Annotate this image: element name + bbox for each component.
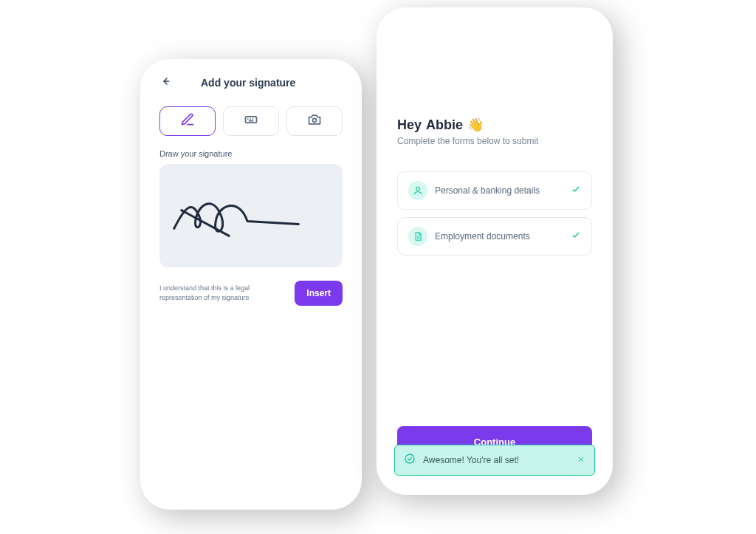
- check-icon: [571, 230, 581, 243]
- tab-camera[interactable]: [286, 106, 343, 136]
- form-item-personal[interactable]: Personal & banking details: [397, 171, 592, 210]
- toast-text: Awesome! You're all set!: [423, 455, 569, 465]
- greeting-prefix: Hey: [397, 117, 422, 133]
- document-icon: [408, 227, 427, 246]
- signature-canvas[interactable]: [159, 164, 343, 267]
- success-toast: Awesome! You're all set!: [394, 445, 595, 476]
- insert-row: I understand that this is a legal repres…: [159, 281, 343, 306]
- form-item-employment[interactable]: Employment documents: [397, 217, 592, 256]
- form-item-label: Personal & banking details: [435, 185, 563, 196]
- svg-point-1: [313, 118, 317, 122]
- back-arrow-icon[interactable]: [159, 75, 171, 90]
- svg-point-3: [405, 454, 414, 463]
- camera-icon: [307, 112, 322, 130]
- form-list: Personal & banking details Employment do…: [397, 171, 592, 256]
- tab-type[interactable]: [223, 106, 279, 136]
- success-check-icon: [404, 453, 416, 468]
- signature-header: Add your signature: [159, 75, 343, 90]
- pencil-icon: [180, 112, 195, 130]
- page-title: Add your signature: [201, 77, 295, 89]
- tab-draw[interactable]: [159, 106, 216, 136]
- form-item-label: Employment documents: [435, 231, 563, 242]
- legal-disclaimer: I understand that this is a legal repres…: [159, 284, 287, 302]
- svg-point-2: [416, 187, 420, 191]
- insert-button[interactable]: Insert: [295, 281, 343, 306]
- greeting: Hey Abbie 👋: [397, 117, 592, 133]
- keyboard-icon: [244, 112, 258, 130]
- draw-label: Draw your signature: [159, 149, 343, 158]
- forms-screen: Hey Abbie 👋 Complete the forms below to …: [377, 7, 613, 495]
- signature-screen: Add your signature Draw your signature: [140, 59, 362, 322]
- svg-rect-0: [246, 117, 257, 123]
- phone-signature: Add your signature Draw your signature: [140, 59, 362, 510]
- person-icon: [408, 181, 427, 200]
- wave-icon: 👋: [467, 117, 484, 133]
- greeting-name: Abbie: [426, 117, 463, 133]
- check-icon: [571, 184, 581, 197]
- signature-method-tabs: [159, 106, 343, 136]
- close-icon[interactable]: [577, 453, 585, 467]
- signature-scribble-icon: [159, 177, 343, 253]
- flex-spacer: [397, 256, 592, 426]
- greeting-subtitle: Complete the forms below to submit: [397, 136, 592, 146]
- phone-forms: Hey Abbie 👋 Complete the forms below to …: [377, 7, 613, 495]
- top-spacer: [397, 28, 592, 117]
